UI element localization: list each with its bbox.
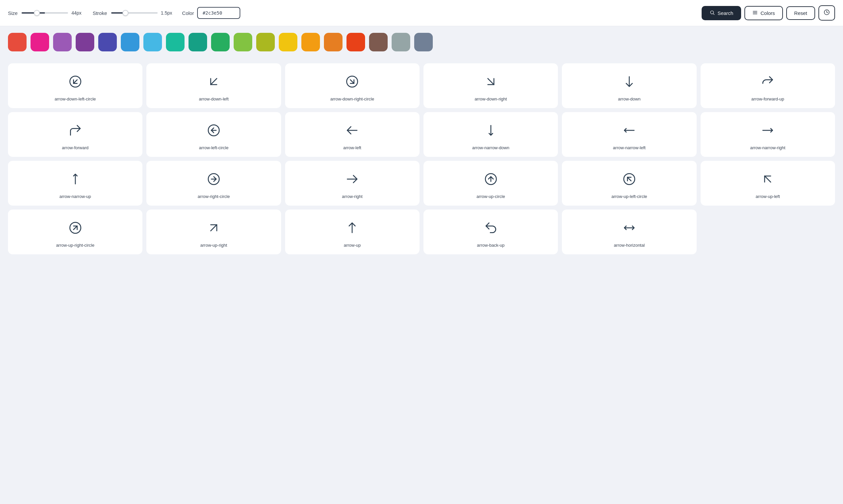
icon-label-arrow-forward-up: arrow-forward-up [752, 96, 784, 102]
svg-line-26 [73, 226, 77, 230]
icon-card-arrow-forward-up[interactable]: arrow-forward-up [701, 63, 835, 108]
icon-symbol-arrow-up-right [206, 219, 221, 236]
icon-symbol-arrow-forward-up [760, 73, 775, 90]
svg-line-8 [487, 78, 494, 85]
color-swatch-indigo[interactable] [98, 33, 117, 51]
icon-label-arrow-up: arrow-up [344, 243, 361, 248]
color-swatch-yellow[interactable] [279, 33, 297, 51]
color-swatch-cyan[interactable] [166, 33, 185, 51]
stroke-slider[interactable] [111, 12, 158, 14]
color-swatch-brown[interactable] [369, 33, 388, 51]
icon-symbol-arrow-up-left [760, 171, 775, 187]
icon-card-arrow-horizontal[interactable]: arrow-horizontal [562, 210, 696, 254]
search-button[interactable]: Search [702, 6, 741, 20]
icon-symbol-arrow-horizontal [622, 219, 637, 236]
icon-card-arrow-narrow-left[interactable]: arrow-narrow-left [562, 112, 696, 157]
icon-label-arrow-up-circle: arrow-up-circle [477, 194, 505, 199]
color-swatch-gray[interactable] [392, 33, 410, 51]
icon-card-arrow-narrow-up[interactable]: arrow-narrow-up [8, 161, 142, 205]
colors-bar [0, 26, 843, 58]
icon-card-arrow-left-circle[interactable]: arrow-left-circle [147, 112, 281, 157]
color-swatch-amber[interactable] [302, 33, 320, 51]
icon-label-arrow-up-left: arrow-up-left [756, 194, 780, 199]
stroke-label: Stroke [92, 10, 107, 16]
icon-card-arrow-narrow-down[interactable]: arrow-narrow-down [424, 112, 558, 157]
colors-button-label: Colors [760, 10, 775, 16]
color-swatch-lime[interactable] [256, 33, 275, 51]
icon-symbol-arrow-down-right-circle [345, 73, 359, 90]
icon-card-arrow-right[interactable]: arrow-right [285, 161, 419, 205]
icon-card-arrow-up[interactable]: arrow-up [285, 210, 419, 254]
icon-card-arrow-up-right-circle[interactable]: arrow-up-right-circle [8, 210, 142, 254]
icon-symbol-arrow-up-left-circle [622, 171, 637, 187]
icon-symbol-arrow-down-left [206, 73, 221, 90]
icon-card-arrow-up-right[interactable]: arrow-up-right [147, 210, 281, 254]
icon-card-arrow-down-left-circle[interactable]: arrow-down-left-circle [8, 63, 142, 108]
icon-symbol-arrow-up-right-circle [68, 219, 83, 236]
color-swatch-purple[interactable] [76, 33, 94, 51]
color-swatch-blue[interactable] [121, 33, 139, 51]
color-input[interactable] [197, 7, 240, 19]
icon-symbol-arrow-down [622, 73, 637, 90]
icon-symbol-arrow-down-right [484, 73, 498, 90]
icon-card-arrow-down[interactable]: arrow-down [562, 63, 696, 108]
svg-point-0 [710, 11, 713, 14]
icon-card-arrow-down-left[interactable]: arrow-down-left [147, 63, 281, 108]
icon-label-arrow-up-right: arrow-up-right [201, 243, 227, 248]
icon-card-arrow-back-up[interactable]: arrow-back-up [424, 210, 558, 254]
stroke-value: 1.5px [161, 10, 174, 16]
color-swatch-orange[interactable] [324, 33, 343, 51]
icon-symbol-arrow-narrow-right [760, 122, 775, 139]
color-swatch-light-green[interactable] [234, 33, 252, 51]
size-slider[interactable] [21, 12, 68, 14]
icon-label-arrow-back-up: arrow-back-up [477, 243, 504, 248]
search-button-label: Search [718, 10, 734, 16]
icon-label-arrow-right-circle: arrow-right-circle [198, 194, 230, 199]
svg-line-23 [627, 177, 631, 181]
svg-line-4 [73, 80, 77, 84]
reset-button-label: Reset [794, 10, 807, 16]
icon-symbol-arrow-forward [68, 122, 83, 139]
color-swatch-green[interactable] [211, 33, 230, 51]
size-slider-wrapper: 44px [21, 10, 85, 16]
icon-label-arrow-narrow-right: arrow-narrow-right [750, 145, 785, 150]
icon-label-arrow-down-right-circle: arrow-down-right-circle [330, 96, 374, 102]
icon-card-arrow-forward[interactable]: arrow-forward [8, 112, 142, 157]
search-icon [709, 10, 715, 16]
color-swatch-teal[interactable] [189, 33, 207, 51]
color-swatch-red[interactable] [8, 33, 27, 51]
svg-line-7 [350, 80, 354, 84]
icon-symbol-arrow-narrow-down [484, 122, 498, 139]
icon-label-arrow-right: arrow-right [342, 194, 362, 199]
color-swatch-slate[interactable] [414, 33, 433, 51]
icon-symbol-arrow-right-circle [206, 171, 221, 187]
color-swatch-purple-light[interactable] [53, 33, 72, 51]
size-label: Size [8, 10, 18, 16]
icon-symbol-arrow-right [345, 171, 359, 187]
color-swatch-sky[interactable] [143, 33, 162, 51]
history-icon [824, 9, 830, 17]
icon-card-arrow-up-left-circle[interactable]: arrow-up-left-circle [562, 161, 696, 205]
icon-card-arrow-down-right-circle[interactable]: arrow-down-right-circle [285, 63, 419, 108]
icon-label-arrow-left-circle: arrow-left-circle [199, 145, 229, 150]
icon-card-arrow-left[interactable]: arrow-left [285, 112, 419, 157]
icon-label-arrow-horizontal: arrow-horizontal [614, 243, 644, 248]
color-swatch-crimson[interactable] [31, 33, 49, 51]
icon-card-arrow-right-circle[interactable]: arrow-right-circle [147, 161, 281, 205]
color-swatch-orange-red[interactable] [346, 33, 365, 51]
icon-card-arrow-down-right[interactable]: arrow-down-right [424, 63, 558, 108]
icon-symbol-arrow-left [345, 122, 359, 139]
reset-button[interactable]: Reset [786, 6, 815, 20]
colors-icon [752, 10, 758, 16]
svg-line-27 [211, 225, 217, 231]
icon-card-arrow-narrow-right[interactable]: arrow-narrow-right [701, 112, 835, 157]
color-label: Color [182, 10, 194, 16]
icon-label-arrow-down-left: arrow-down-left [199, 96, 229, 102]
icon-symbol-arrow-narrow-up [68, 171, 83, 187]
svg-line-5 [211, 78, 217, 85]
colors-button[interactable]: Colors [744, 6, 782, 20]
icon-symbol-arrow-up [345, 219, 359, 236]
icon-card-arrow-up-circle[interactable]: arrow-up-circle [424, 161, 558, 205]
history-button[interactable] [819, 5, 835, 21]
icon-card-arrow-up-left[interactable]: arrow-up-left [701, 161, 835, 205]
